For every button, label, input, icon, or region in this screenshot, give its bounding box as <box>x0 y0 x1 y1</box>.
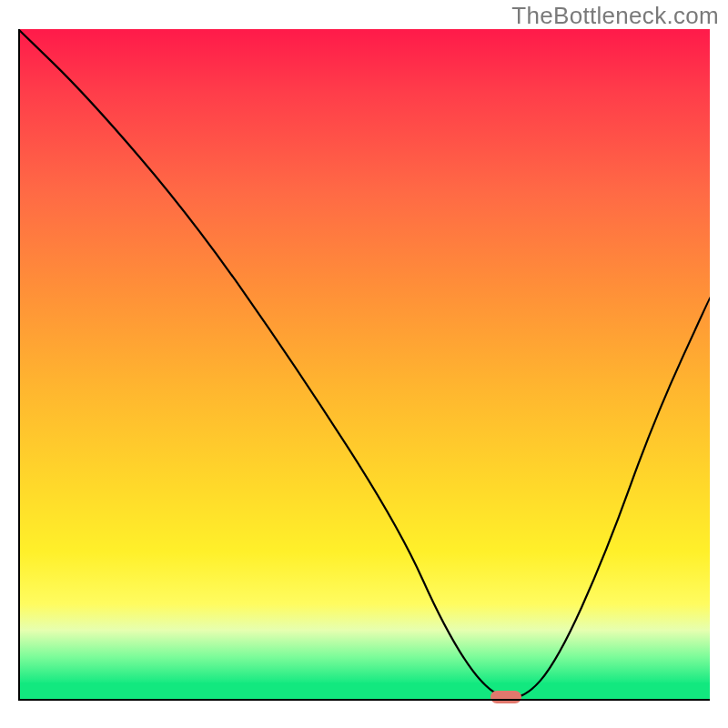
optimal-marker-icon <box>490 691 521 703</box>
y-axis <box>18 29 20 701</box>
plot-area <box>18 29 710 701</box>
x-axis <box>18 699 710 701</box>
watermark-text: TheBottleneck.com <box>511 2 719 30</box>
bottleneck-curve-path <box>18 29 710 698</box>
curve-svg <box>18 29 710 701</box>
